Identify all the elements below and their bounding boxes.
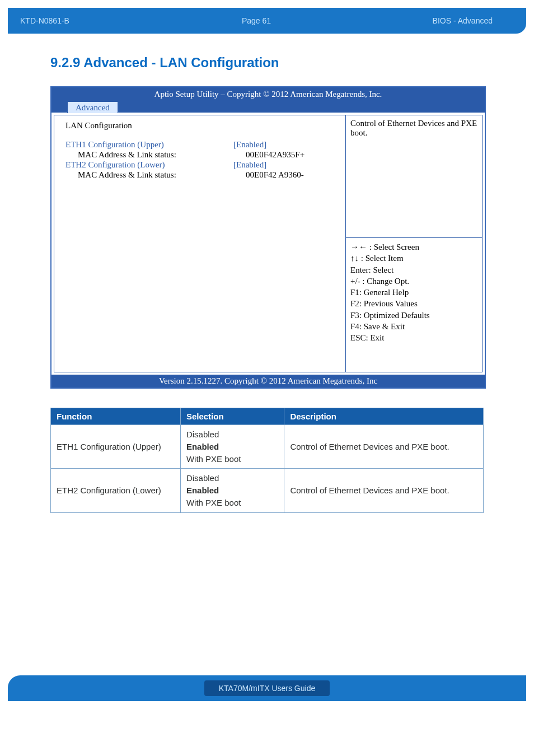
bios-title-bar: Aptio Setup Utility – Copyright © 2012 A… (51, 87, 485, 113)
bios-item-label: ETH2 Configuration (Lower) (65, 160, 233, 170)
bios-key-line: F4: Save & Exit (350, 321, 477, 332)
bios-item-mac2: MAC Address & Link status: 00E0F42 A9360… (65, 170, 336, 180)
th-selection: Selection (180, 408, 284, 425)
th-description: Description (284, 408, 484, 425)
cell-description: Control of Ethernet Devices and PXE boot… (284, 469, 484, 512)
sel-enabled: Enabled (186, 441, 279, 453)
sel-pxe: With PXE boot (186, 497, 279, 509)
page-header: KTD-N0861-B Page 61 BIOS - Advanced (8, 8, 526, 34)
bios-key-line: +/- : Change Opt. (350, 276, 477, 287)
bios-key-line: F1: General Help (350, 287, 477, 298)
table-row: ETH2 Configuration (Lower) Disabled Enab… (51, 469, 484, 512)
section-name: BIOS - Advanced (347, 16, 526, 25)
doc-id: KTD-N0861-B (8, 16, 166, 25)
sel-pxe: With PXE boot (186, 453, 279, 465)
th-function: Function (51, 408, 181, 425)
bios-title: Aptio Setup Utility – Copyright © 2012 A… (51, 90, 485, 101)
sel-enabled: Enabled (186, 484, 279, 497)
bios-key-help: →← : Select Screen ↑↓ : Select Item Ente… (345, 238, 483, 372)
bios-version-bar: Version 2.15.1227. Copyright © 2012 Amer… (51, 375, 485, 388)
bios-key-line: ↑↓ : Select Item (350, 253, 477, 264)
section-title: 9.2.9 Advanced - LAN Configuration (50, 55, 484, 71)
page-footer: KTA70M/mITX Users Guide (8, 675, 526, 701)
cell-selection: Disabled Enabled With PXE boot (180, 469, 284, 512)
cell-function: ETH2 Configuration (Lower) (51, 469, 181, 512)
bios-item-value: [Enabled] (233, 160, 336, 170)
bios-item-label: ETH1 Configuration (Upper) (65, 140, 233, 150)
page-number: Page 61 (166, 16, 347, 25)
cell-selection: Disabled Enabled With PXE boot (180, 425, 284, 469)
sel-disabled: Disabled (186, 428, 279, 441)
sel-disabled: Disabled (186, 472, 279, 484)
bios-config-title: LAN Configuration (65, 121, 336, 130)
bios-item-eth2[interactable]: ETH2 Configuration (Lower) [Enabled] (65, 160, 336, 170)
footer-title: KTA70M/mITX Users Guide (204, 680, 330, 696)
bios-left-pane: LAN Configuration ETH1 Configuration (Up… (54, 115, 345, 372)
bios-key-line: →← : Select Screen (350, 241, 477, 253)
bios-key-line: F3: Optimized Defaults (350, 310, 477, 321)
table-row: ETH1 Configuration (Upper) Disabled Enab… (51, 425, 484, 469)
bios-item-value: 00E0F42 A9360- (246, 170, 336, 180)
options-table: Function Selection Description ETH1 Conf… (50, 408, 484, 513)
bios-key-line: ESC: Exit (350, 332, 477, 343)
bios-key-line: F2: Previous Values (350, 298, 477, 309)
bios-screenshot: Aptio Setup Utility – Copyright © 2012 A… (50, 86, 486, 389)
cell-function: ETH1 Configuration (Upper) (51, 425, 181, 469)
bios-item-eth1[interactable]: ETH1 Configuration (Upper) [Enabled] (65, 140, 336, 150)
bios-item-label: MAC Address & Link status: (65, 150, 246, 160)
bios-item-mac1: MAC Address & Link status: 00E0F42A935F+ (65, 150, 336, 160)
bios-item-value: 00E0F42A935F+ (246, 150, 336, 160)
bios-tab-advanced[interactable]: Advanced (67, 101, 118, 113)
bios-right-pane: Control of Ethernet Devices and PXE boot… (345, 115, 483, 372)
bios-key-line: Enter: Select (350, 264, 477, 276)
bios-help-text: Control of Ethernet Devices and PXE boot… (345, 115, 483, 238)
bios-item-label: MAC Address & Link status: (65, 170, 246, 180)
bios-item-value: [Enabled] (233, 140, 336, 150)
cell-description: Control of Ethernet Devices and PXE boot… (284, 425, 484, 469)
